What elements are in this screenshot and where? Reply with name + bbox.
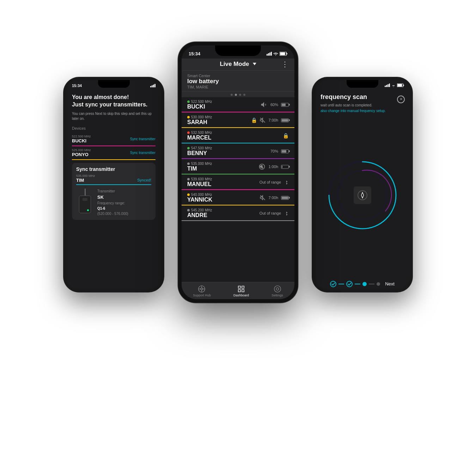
dot-4 [243,94,245,96]
transmitter-image [76,189,94,213]
svg-point-29 [330,281,336,287]
progress-step-1 [330,281,336,287]
header-title: Live Mode [220,61,256,68]
svg-point-21 [274,285,280,292]
channel-yannick[interactable]: 540.000 MHz YANNICK 7:00h [182,190,294,206]
right-notch [347,80,378,88]
sync-device-freq: 535.000 MHz [76,174,151,178]
dropdown-arrow-icon[interactable] [253,63,256,65]
close-button[interactable]: ✕ [397,95,405,103]
center-notch [215,45,261,56]
tab-dashboard[interactable]: Dashboard [233,285,249,297]
svg-rect-1 [280,52,285,55]
channel-sarah[interactable]: 530.000 MHz SARAH 🔒 7:00h [182,113,294,128]
svg-rect-24 [397,84,402,86]
device2-freq: 525.000 MHz [72,148,91,152]
tab-settings-label: Settings [271,294,283,297]
right-status-icons [385,84,404,87]
channel-andre[interactable]: 545.200 MHz ANDRE Out of range [182,206,294,221]
transmitter-details: Transmitter SK Frequency range: Q1-6 (52… [97,189,128,217]
center-status-icons [267,52,287,56]
svg-point-22 [276,288,279,290]
bluetooth-icon-manuel [284,180,289,185]
progress-row: Next [321,277,404,289]
next-button[interactable]: Next [385,281,395,286]
transmitter-info: Transmitter SK Frequency range: Q1-6 (52… [76,189,151,217]
device1-freq: 522.500 MHz [72,135,91,138]
progress-step-2 [346,281,353,287]
left-content: You are almost done!Just sync your trans… [66,89,161,224]
svg-line-10 [285,214,287,215]
progress-line-3 [369,284,374,284]
device2-action[interactable]: Sync transmitter [130,151,155,155]
svg-rect-19 [238,289,240,291]
sync-box-title: Sync transmitter [76,166,151,172]
tab-support-hub[interactable]: Support Hub [193,285,211,297]
svg-line-9 [285,212,287,214]
svg-rect-25 [403,85,404,86]
freq-scan-title: frequency scan [321,93,404,101]
sync-device-name: TIM [76,178,84,183]
svg-rect-17 [238,286,240,288]
right-wifi-icon [391,84,396,87]
channel-marcel[interactable]: 532.500 MHz MARCEL 🔒 [182,128,294,144]
progress-line-2 [355,284,360,284]
svg-rect-20 [242,289,244,291]
left-time: 15:34 [72,84,82,88]
channel-bucki[interactable]: 522.500 MHz BUCKI 60% [182,97,294,113]
scan-circle-container [321,113,404,277]
freq-scan-link[interactable]: also change into manual frequency setup. [321,109,404,113]
dot-1 [231,94,233,96]
progress-step-4-pending [377,282,380,286]
smart-center-title: low battery [187,78,289,85]
left-notch [98,80,130,88]
center-battery-icon [280,52,287,56]
right-battery-icon [397,84,404,87]
channel-tim[interactable]: 535.000 MHz TIM 1:00h [182,159,294,175]
mute-icon-bucki [261,101,268,108]
left-phone-screen: 15:34 You are almost done!Just sync your… [66,80,161,289]
channel-benny[interactable]: 547.500 MHz BENNY 70% [182,144,294,159]
center-phone: 15:34 [178,42,298,303]
tab-support-hub-label: Support Hub [193,294,211,297]
svg-line-7 [285,183,287,184]
right-phone: ✕ frequency scan wait until auto scan is… [312,77,413,292]
mute-icon-tim [258,163,266,170]
menu-icon[interactable]: ⋮ [281,60,289,68]
tab-settings[interactable]: Settings [271,285,283,297]
mute-slash-icon-sarah [260,117,266,123]
center-time: 15:34 [189,51,200,56]
right-signal [385,84,390,87]
svg-rect-18 [242,286,244,288]
dot-2 [235,94,237,96]
mute-slash-icon-yannick [260,195,266,201]
dot-3 [239,94,241,96]
svg-point-12 [201,288,203,290]
smart-center-sub: TIM, MARIE [187,85,289,89]
right-content: frequency scan wait until auto scan is c… [315,88,410,289]
support-hub-icon [198,285,206,293]
progress-step-3-active [362,282,367,286]
setup-subtitle: You can press Next to skip this step and… [72,111,155,121]
svg-line-6 [285,181,287,183]
bluetooth-icon-andre [284,211,289,216]
center-signal [267,52,272,56]
center-tab-bar: Support Hub Dashboard Settings [182,282,294,299]
device-row-1: 522.500 MHz BUCKI Sync transmitter [72,132,155,146]
scene: 15:34 You are almost done!Just sync your… [44,31,432,419]
channel-list: 522.500 MHz BUCKI 60% [182,97,294,282]
left-phone: 15:34 You are almost done!Just sync your… [63,77,164,292]
progress-line-1 [338,284,344,284]
smart-center-label: Smart Center [187,74,289,78]
dots-row [182,92,294,97]
device1-action[interactable]: Sync transmitter [130,137,155,141]
smart-center-banner: Smart Center low battery TIM, MARIE [182,71,294,92]
device2-name: PONYO [72,152,91,157]
device-row-2: 525.000 MHz PONYO Sync transmitter [72,146,155,160]
svg-rect-2 [287,53,287,54]
dashboard-icon [237,285,245,293]
svg-point-30 [347,281,352,287]
freq-scan-subtitle: wait until auto scan is completed. [321,103,404,108]
center-wifi-icon [273,52,278,56]
channel-manuel[interactable]: 539.600 MHz MANUEL Out of range [182,175,294,190]
